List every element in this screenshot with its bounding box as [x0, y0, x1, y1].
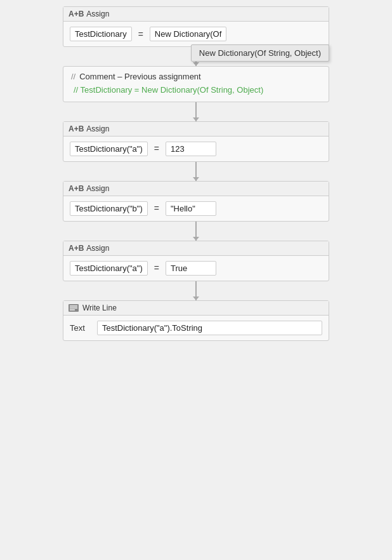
assign1-body: TestDictionary = New Dictionary(Of [63, 22, 329, 46]
assign1-equals: = [136, 29, 146, 39]
assign2-icon: A+B [69, 124, 84, 133]
assign1-label: Assign [86, 10, 109, 18]
assign3-left-field[interactable]: TestDictionary("b") [70, 201, 148, 216]
writeline1-body: Text TestDictionary("a").ToString [63, 316, 329, 340]
assign3-equals: = [152, 203, 162, 213]
assign2-right-field[interactable]: 123 [166, 142, 216, 156]
assign2-left-field[interactable]: TestDictionary("a") [70, 142, 148, 156]
assign4-body: TestDictionary("a") = True [63, 256, 329, 281]
assign3-header: A+B Assign [63, 182, 329, 196]
assign3-block[interactable]: A+B Assign TestDictionary("b") = "Hello" [63, 181, 329, 222]
assign4-block[interactable]: A+B Assign TestDictionary("a") = True [63, 241, 329, 281]
connector-2 [195, 102, 197, 121]
assign2-block[interactable]: A+B Assign TestDictionary("a") = 123 [63, 121, 329, 162]
assign1-header: A+B Assign [63, 7, 329, 22]
writeline-icon [69, 304, 79, 312]
writeline1-block[interactable]: Write Line Text TestDictionary("a").ToSt… [63, 300, 329, 341]
assign2-header: A+B Assign [63, 122, 329, 137]
assign4-right-field[interactable]: True [166, 261, 216, 276]
assign4-icon: A+B [69, 244, 84, 253]
assign3-label: Assign [86, 184, 109, 193]
writeline1-label: Write Line [82, 303, 117, 312]
comment1-title: Comment – Previous assignment [79, 72, 200, 81]
writeline1-text-field[interactable]: TestDictionary("a").ToString [97, 321, 322, 335]
assign1-icon: A+B [69, 10, 84, 18]
assign1-block[interactable]: A+B Assign TestDictionary = New Dictiona… [63, 6, 329, 47]
assign2-body: TestDictionary("a") = 123 [63, 137, 329, 161]
connector-4 [195, 222, 197, 241]
assign4-header: A+B Assign [63, 241, 329, 256]
comment1-slashes: // [71, 72, 75, 81]
assign4-label: Assign [86, 244, 109, 253]
assign3-right-field[interactable]: "Hello" [166, 201, 216, 216]
assign2-equals: = [152, 143, 162, 154]
assign4-equals: = [152, 263, 162, 273]
assign3-body: TestDictionary("b") = "Hello" [63, 196, 329, 221]
connector-3 [195, 162, 197, 181]
assign1-left-field[interactable]: TestDictionary [70, 27, 132, 41]
assign1-wrapper: A+B Assign TestDictionary = New Dictiona… [63, 6, 329, 47]
comment1-header: // Comment – Previous assignment [71, 72, 321, 81]
writeline1-header: Write Line [63, 301, 329, 316]
comment1-block[interactable]: // Comment – Previous assignment // Test… [63, 66, 329, 102]
workflow-canvas: A+B Assign TestDictionary = New Dictiona… [0, 0, 392, 560]
comment1-body: // TestDictionary = New Dictionary(Of St… [71, 84, 321, 97]
assign2-label: Assign [86, 124, 109, 133]
writeline-svg-icon [69, 304, 79, 312]
writeline1-text-label: Text [70, 323, 92, 333]
assign3-icon: A+B [69, 184, 84, 193]
assign4-left-field[interactable]: TestDictionary("a") [70, 261, 148, 276]
connector-5 [195, 281, 197, 300]
assign1-right-field[interactable]: New Dictionary(Of [150, 27, 226, 41]
assign1-tooltip: New Dictionary(Of String, Object) [191, 44, 329, 62]
